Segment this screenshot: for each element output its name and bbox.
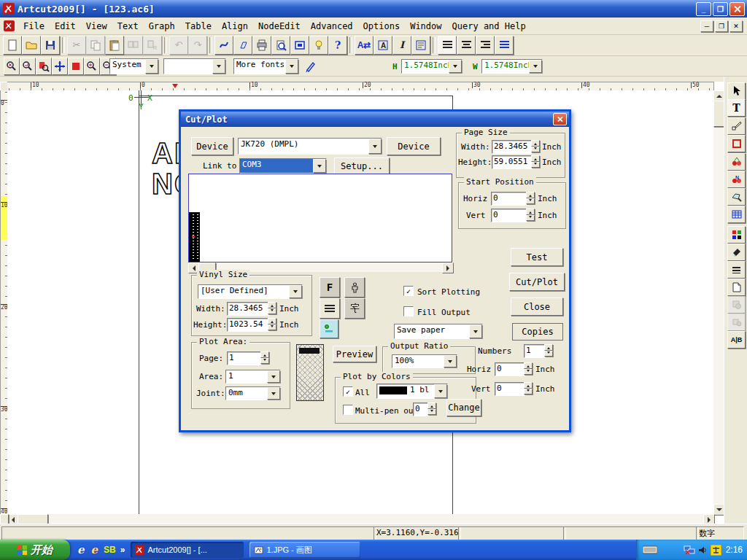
undo-button[interactable]: ↶ <box>169 36 188 55</box>
width-field[interactable]: 1.5748Inch <box>481 59 543 74</box>
align-left-button[interactable] <box>438 36 457 55</box>
minimize-button[interactable]: _ <box>696 2 711 16</box>
dropdown-arrow-icon[interactable] <box>434 384 447 398</box>
height-field[interactable]: 1.5748Inch <box>401 59 462 74</box>
network-tray-icon[interactable] <box>684 545 695 555</box>
mdi-close-button[interactable]: ✕ <box>729 20 743 32</box>
clipart-tool-button[interactable] <box>727 153 746 171</box>
help-button[interactable]: ? <box>328 36 347 55</box>
align-right-button[interactable] <box>476 36 495 55</box>
joint-select[interactable]: 0mm <box>225 386 281 400</box>
port-select[interactable]: COM3 <box>239 158 327 174</box>
dropdown-arrow-icon[interactable] <box>313 159 326 173</box>
line-style-button[interactable] <box>727 261 746 279</box>
offset-vert-field[interactable]: 0 <box>495 382 525 396</box>
start-vert-spinner[interactable] <box>526 209 535 221</box>
area-select[interactable]: 1 <box>225 370 281 384</box>
align-justify-button[interactable] <box>495 36 514 55</box>
dropdown-arrow-icon[interactable] <box>449 60 462 73</box>
table-tool-button[interactable] <box>727 206 746 223</box>
setup-button[interactable]: Setup... <box>334 158 390 174</box>
save-button[interactable] <box>41 36 60 55</box>
text-edit-button[interactable] <box>411 36 430 55</box>
plot-preview-area[interactable] <box>188 174 452 262</box>
text-kern-button[interactable]: A⇄ <box>355 36 374 55</box>
effect-2-button[interactable] <box>727 314 746 331</box>
plot-button[interactable] <box>290 36 309 55</box>
numbers-field[interactable]: 1 <box>524 344 546 358</box>
text-tool-button[interactable]: T <box>727 99 746 117</box>
vinyl-preset-select[interactable]: [User Defined] <box>198 284 303 299</box>
dropdown-arrow-icon[interactable] <box>285 59 298 74</box>
close-button[interactable] <box>729 2 745 16</box>
dropdown-arrow-icon[interactable] <box>145 59 158 74</box>
vinyl-width-spinner[interactable] <box>268 302 276 314</box>
menu-view[interactable]: View <box>81 20 112 33</box>
fill-tool-button[interactable] <box>727 244 746 261</box>
kerning-tool-button[interactable]: A|B <box>727 331 746 349</box>
change-color-button[interactable]: Change <box>446 399 481 416</box>
multi-pen-checkbox[interactable] <box>343 405 353 415</box>
close-dialog-button[interactable]: Close <box>511 298 563 316</box>
pen-style-button[interactable] <box>303 58 318 74</box>
offset-horiz-field[interactable]: 0 <box>495 362 525 376</box>
device-right-button[interactable]: Device <box>387 137 441 155</box>
page-spinner[interactable] <box>260 351 269 364</box>
menu-table[interactable]: Table <box>180 20 217 33</box>
all-colors-checkbox[interactable]: ✓ <box>343 386 353 397</box>
dropdown-arrow-icon[interactable] <box>289 285 302 298</box>
pan-button[interactable] <box>52 58 68 75</box>
block-copy-button[interactable] <box>124 36 143 55</box>
vinyl-height-spinner[interactable] <box>268 318 276 330</box>
dropdown-arrow-icon[interactable] <box>267 387 280 400</box>
copies-button[interactable]: Copies <box>512 323 563 341</box>
device-left-button[interactable]: Device <box>191 137 233 155</box>
effect-1-button[interactable] <box>727 296 746 314</box>
color-select[interactable]: 1 bl <box>376 384 448 399</box>
node-edit-tool-button[interactable] <box>727 117 746 135</box>
dropdown-arrow-icon[interactable] <box>444 355 457 368</box>
print-button[interactable] <box>252 36 271 55</box>
dropdown-arrow-icon[interactable] <box>469 324 482 338</box>
zoom-previous-button[interactable] <box>20 58 36 75</box>
mdi-restore-button[interactable]: ❐ <box>715 20 728 32</box>
rectangle-tool-button[interactable] <box>727 135 746 152</box>
output-ratio-select[interactable]: 100% <box>392 354 457 368</box>
orientation-toggle-button[interactable] <box>344 277 365 298</box>
zoom-in-button[interactable] <box>84 58 100 75</box>
offset-vert-spinner[interactable] <box>524 382 533 394</box>
redo-button[interactable]: ↷ <box>188 36 207 55</box>
curve-button[interactable] <box>214 36 233 55</box>
color-palette-button[interactable] <box>727 226 746 244</box>
cutplot-button[interactable]: Cut/Plot <box>509 273 565 291</box>
menu-advanced[interactable]: Advanced <box>306 20 358 33</box>
menu-query-help[interactable]: Query and Help <box>447 20 531 33</box>
menu-align[interactable]: Align <box>217 20 253 33</box>
sb-quicklaunch-icon[interactable]: SB <box>104 545 116 555</box>
area-select-tool-button[interactable] <box>727 188 746 206</box>
quicklaunch-overflow-chevron[interactable]: » <box>120 545 125 555</box>
vinyl-width-field[interactable]: 28.3465 <box>227 302 269 316</box>
ie-quicklaunch-icon[interactable]: e <box>77 543 85 556</box>
multi-pen-field[interactable]: 0 <box>413 402 429 416</box>
line-mode-button[interactable] <box>320 298 340 319</box>
redraw-button[interactable] <box>68 58 84 75</box>
dialog-titlebar[interactable]: Cut/Plot <box>181 112 569 127</box>
menu-text[interactable]: Text <box>112 20 144 33</box>
taskbar-task-artcut[interactable]: Artcut2009[] - [... <box>131 542 244 558</box>
ime-tray-icon[interactable] <box>711 545 721 556</box>
volume-tray-icon[interactable] <box>698 545 708 555</box>
page-width-spinner[interactable] <box>531 140 540 152</box>
scroll-right-button[interactable] <box>442 262 454 273</box>
menu-nodeedit[interactable]: NodeEdit <box>253 20 306 33</box>
char-mode-button[interactable]: 字 <box>344 298 365 319</box>
page-field[interactable]: 1 <box>227 351 262 365</box>
italic-button[interactable]: I <box>392 36 411 55</box>
shape-button[interactable] <box>233 36 252 55</box>
print-preview-button[interactable] <box>271 36 290 55</box>
device-select[interactable]: JK720 (DMPL) <box>238 138 382 155</box>
test-button[interactable]: Test <box>511 248 563 266</box>
open-button[interactable] <box>22 36 41 55</box>
node-preview-button[interactable] <box>320 319 338 338</box>
copy-button[interactable] <box>86 36 105 55</box>
